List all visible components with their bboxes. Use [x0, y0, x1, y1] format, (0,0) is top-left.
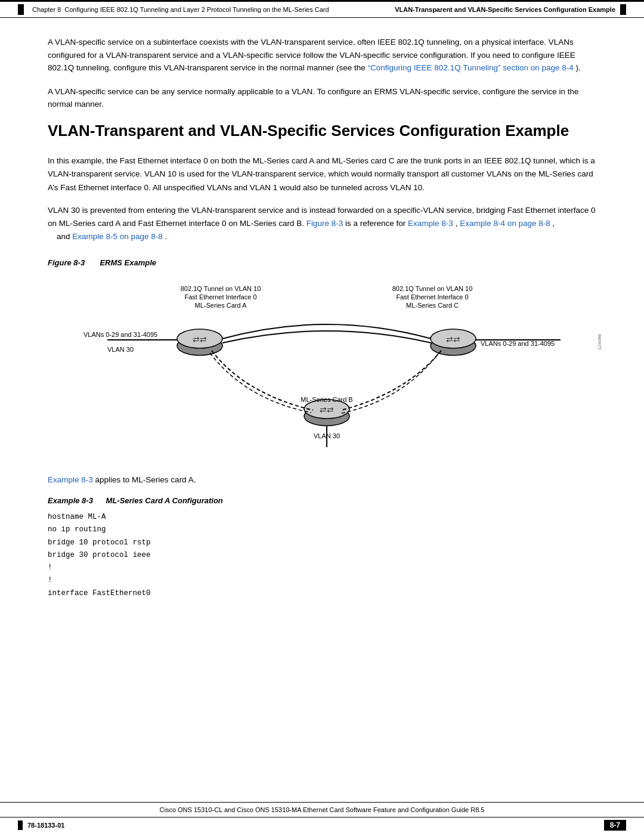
header-bar: Chapter 8 Configuring IEEE 802.1Q Tunnel… — [0, 0, 644, 18]
svg-text:VLAN 30: VLAN 30 — [107, 346, 134, 353]
footer-bottom: 78-18133-01 8-7 — [0, 817, 644, 833]
example-ref-para: Example 8-3 applies to ML-Series card A. — [48, 473, 596, 487]
svg-text:VLANs 0-29 and 31-4095: VLANs 0-29 and 31-4095 — [481, 340, 555, 347]
body-para-1: In this example, the Fast Ethernet inter… — [48, 154, 596, 194]
svg-text:802.1Q Tunnel on VLAN 10: 802.1Q Tunnel on VLAN 10 — [181, 285, 261, 292]
svg-text:ML-Series Card B: ML-Series Card B — [301, 396, 352, 403]
svg-text:⇄⇄: ⇄⇄ — [446, 335, 460, 344]
intro-para-2: A VLAN-specific service can be any servi… — [48, 85, 596, 111]
header-left: Chapter 8 Configuring IEEE 802.1Q Tunnel… — [18, 4, 329, 15]
erms-diagram: 802.1Q Tunnel on VLAN 10 Fast Ethernet I… — [48, 274, 596, 459]
diagram-container: 802.1Q Tunnel on VLAN 10 Fast Ethernet I… — [48, 274, 596, 459]
chapter-label: Chapter 8 — [32, 6, 61, 13]
header-right: VLAN-Transparent and VLAN-Specific Servi… — [395, 4, 626, 15]
example-label: Example 8-3 — [48, 496, 93, 505]
footer-page-num: 8-7 — [604, 820, 626, 831]
figure-section: Figure 8-3 ERMS Example 802.1Q Tunnel on… — [48, 258, 596, 459]
svg-text:Fast Ethernet Interface 0: Fast Ethernet Interface 0 — [396, 293, 468, 301]
header-right-bar — [620, 4, 626, 15]
example-4-link[interactable]: Example 8-4 on page 8-8 — [460, 219, 550, 228]
example-3-link[interactable]: Example 8-3 — [408, 219, 453, 228]
svg-text:802.1Q Tunnel on VLAN 10: 802.1Q Tunnel on VLAN 10 — [392, 285, 473, 292]
figure-sidebar-num: 124096 — [597, 334, 602, 350]
main-content: A VLAN-specific service on a subinterfac… — [0, 18, 644, 636]
svg-text:Fast Ethernet Interface 0: Fast Ethernet Interface 0 — [184, 293, 256, 301]
footer-left: 78-18133-01 — [18, 820, 64, 830]
svg-text:ML-Series Card C: ML-Series Card C — [406, 302, 459, 309]
header-chapter-title: Configuring IEEE 802.1Q Tunneling and La… — [64, 6, 329, 13]
footer: Cisco ONS 15310-CL and Cisco ONS 15310-M… — [0, 802, 644, 833]
example-heading: Example 8-3 ML-Series Card A Configurati… — [48, 496, 596, 505]
body-period: . — [165, 232, 168, 241]
intro-para-1-end: ). — [576, 63, 581, 72]
section-heading: VLAN-Transparent and VLAN-Specific Servi… — [48, 122, 596, 140]
example-ref-text: applies to ML-Series card A. — [95, 475, 196, 484]
figure-label: Figure 8-3 ERMS Example — [48, 258, 596, 267]
code-block: hostname ML-A no ip routing bridge 10 pr… — [48, 511, 596, 600]
svg-text:ML-Series Card A: ML-Series Card A — [195, 302, 247, 309]
footer-left-bar — [18, 820, 23, 830]
body-para-2-mid: is a reference for — [345, 219, 408, 228]
example-title: ML-Series Card A Configuration — [106, 496, 223, 505]
body-para-2: VLAN 30 is prevented from entering the V… — [48, 204, 596, 244]
header-left-bar — [18, 4, 24, 15]
figure-ref-link[interactable]: Figure 8-3 — [306, 219, 343, 228]
example-5-link[interactable]: Example 8-5 on page 8-8 — [72, 232, 163, 241]
footer-main-text: Cisco ONS 15310-CL and Cisco ONS 15310-M… — [0, 803, 644, 817]
footer-doc-num: 78-18133-01 — [27, 822, 64, 829]
svg-text:⇄⇄: ⇄⇄ — [320, 405, 334, 414]
example-ref-link[interactable]: Example 8-3 — [48, 475, 93, 484]
svg-text:⇄⇄: ⇄⇄ — [193, 335, 207, 344]
intro-para-1: A VLAN-specific service on a subinterfac… — [48, 36, 596, 75]
figure-label-title: ERMS Example — [100, 258, 156, 267]
figure-label-num: Figure 8-3 — [48, 258, 85, 267]
intro-link-1[interactable]: “Configuring IEEE 802.1Q Tunneling” sect… — [368, 63, 574, 72]
svg-text:VLANs 0-29 and 31-4095: VLANs 0-29 and 31-4095 — [83, 331, 157, 338]
header-section-title: VLAN-Transparent and VLAN-Specific Servi… — [395, 6, 615, 13]
